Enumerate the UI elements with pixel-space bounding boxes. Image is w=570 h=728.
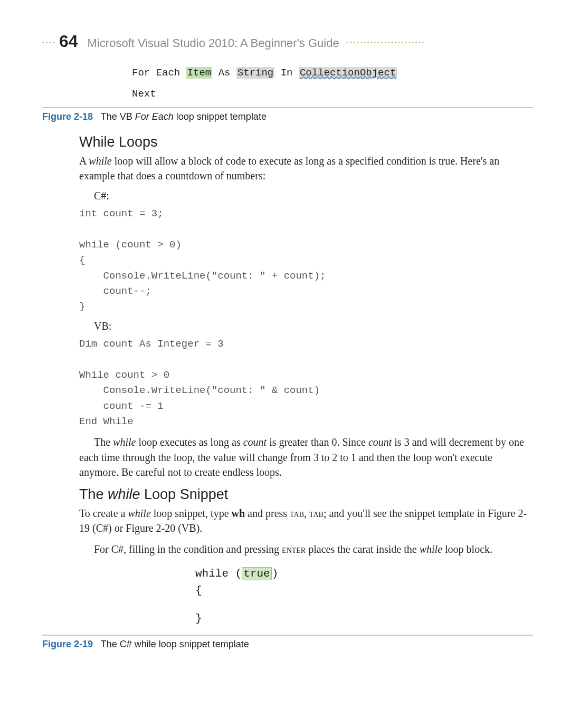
snippet-field-collection: CollectionObject <box>299 67 397 79</box>
text: A <box>79 155 89 167</box>
text: For C#, filling in the condition and pre… <box>94 543 282 555</box>
figure-2-19-caption: Figure 2-19 The C# while loop snippet te… <box>42 639 533 650</box>
paragraph: The while loop executes as long as count… <box>79 435 533 480</box>
heading-while-loops: While Loops <box>79 134 533 150</box>
code-text: For Each <box>132 67 186 79</box>
text: loop snippet, type <box>151 507 232 519</box>
text: is greater than 0. Since <box>267 436 368 448</box>
page-number: 64 <box>59 32 78 51</box>
figure-label: Figure 2-18 <box>42 111 93 122</box>
text-italic: count <box>368 436 392 448</box>
text: Loop Snippet <box>140 486 229 502</box>
content-area: While Loops A while loop will allow a bl… <box>79 134 533 557</box>
code-block-vb: Dim count As Integer = 3 While count > 0… <box>79 337 533 430</box>
caption-text-italic: For Each <box>135 111 174 122</box>
paragraph: To create a while loop snippet, type wh … <box>79 506 533 536</box>
caption-text: loop snippet template <box>174 111 267 122</box>
paragraph: For C#, filling in the condition and pre… <box>79 542 533 557</box>
text-smallcaps: enter <box>282 543 306 555</box>
text-bold: wh <box>232 507 245 519</box>
running-header: •••• 64 Microsoft Visual Studio 2010: A … <box>42 32 533 51</box>
text-italic: while <box>420 543 442 555</box>
text: loop executes as long as <box>136 436 243 448</box>
text: loop block. <box>442 543 492 555</box>
ornament-dots-right: ••••••••••••••••••••••• <box>347 40 426 45</box>
text: To create a <box>79 507 128 519</box>
text-italic: while <box>108 486 140 502</box>
text: The <box>94 436 113 448</box>
figure-rule <box>42 635 533 636</box>
figure-2-19-code: while (true) { } <box>195 566 533 628</box>
code-text: { <box>195 582 533 600</box>
ornament-dots-left: •••• <box>42 40 56 45</box>
text: places the carat inside the <box>306 543 419 555</box>
code-blank-line <box>195 600 533 610</box>
code-block-csharp: int count = 3; while (count > 0) { Conso… <box>79 206 533 315</box>
caption-text: The C# while loop snippet template <box>101 639 249 649</box>
caption-text: The VB <box>101 111 135 122</box>
code-text: while ( <box>195 568 242 580</box>
figure-rule <box>42 107 533 108</box>
text: , <box>304 507 309 519</box>
figure-2-18-code: For Each Item As String In CollectionObj… <box>132 67 533 100</box>
code-text: As <box>212 67 236 79</box>
code-text: In <box>274 67 299 79</box>
heading-while-loop-snippet: The while Loop Snippet <box>79 486 533 503</box>
text-italic: count <box>243 436 267 448</box>
figure-label: Figure 2-19 <box>42 639 93 649</box>
text-italic: while <box>89 155 111 167</box>
language-label-vb: VB: <box>94 320 533 332</box>
code-text: ) <box>272 568 279 580</box>
figure-2-18-caption: Figure 2-18 The VB For Each loop snippet… <box>42 111 533 122</box>
text: The <box>79 486 108 502</box>
page: •••• 64 Microsoft Visual Studio 2010: A … <box>0 0 570 688</box>
text-smallcaps: tab <box>290 507 304 519</box>
snippet-field-type: String <box>236 67 274 79</box>
text: and press <box>245 507 290 519</box>
text: loop will allow a block of code to execu… <box>79 155 499 181</box>
book-title: Microsoft Visual Studio 2010: A Beginner… <box>88 36 339 50</box>
paragraph: A while loop will allow a block of code … <box>79 154 533 184</box>
language-label-csharp: C#: <box>94 190 533 202</box>
snippet-field-item: Item <box>186 67 213 79</box>
text-smallcaps: tab <box>309 507 324 519</box>
code-text: Next <box>132 88 533 100</box>
text-italic: while <box>128 507 150 519</box>
snippet-field-condition: true <box>242 567 271 580</box>
text-italic: while <box>113 436 136 448</box>
code-text: } <box>195 610 533 628</box>
